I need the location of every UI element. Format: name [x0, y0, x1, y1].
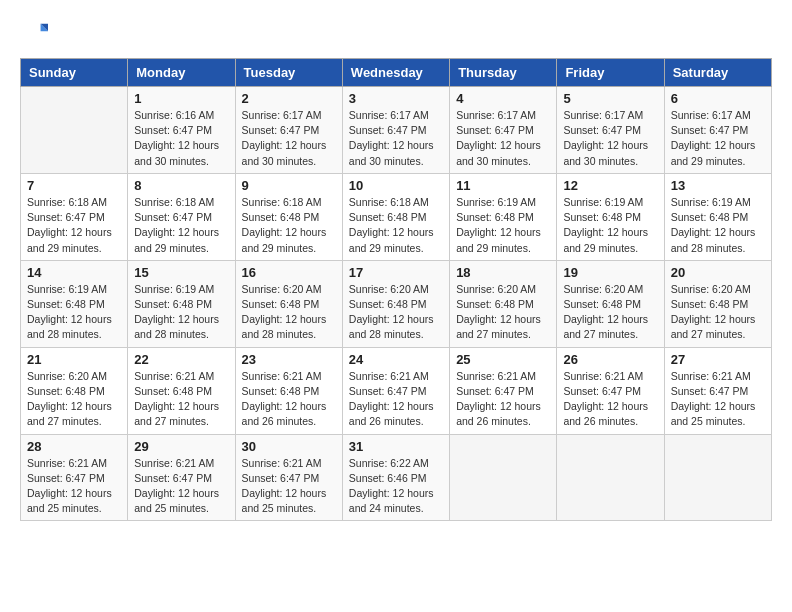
day-detail: Sunrise: 6:18 AM Sunset: 6:48 PM Dayligh…: [349, 195, 443, 256]
calendar-cell: 4Sunrise: 6:17 AM Sunset: 6:47 PM Daylig…: [450, 87, 557, 174]
day-number: 16: [242, 265, 336, 280]
day-number: 24: [349, 352, 443, 367]
day-detail: Sunrise: 6:18 AM Sunset: 6:47 PM Dayligh…: [27, 195, 121, 256]
calendar-header-wednesday: Wednesday: [342, 59, 449, 87]
day-detail: Sunrise: 6:19 AM Sunset: 6:48 PM Dayligh…: [134, 282, 228, 343]
day-detail: Sunrise: 6:20 AM Sunset: 6:48 PM Dayligh…: [349, 282, 443, 343]
day-number: 2: [242, 91, 336, 106]
calendar-cell: 8Sunrise: 6:18 AM Sunset: 6:47 PM Daylig…: [128, 173, 235, 260]
calendar-header-row: SundayMondayTuesdayWednesdayThursdayFrid…: [21, 59, 772, 87]
calendar-cell: 30Sunrise: 6:21 AM Sunset: 6:47 PM Dayli…: [235, 434, 342, 521]
day-detail: Sunrise: 6:21 AM Sunset: 6:48 PM Dayligh…: [242, 369, 336, 430]
day-number: 7: [27, 178, 121, 193]
calendar-cell: 29Sunrise: 6:21 AM Sunset: 6:47 PM Dayli…: [128, 434, 235, 521]
calendar-cell: 28Sunrise: 6:21 AM Sunset: 6:47 PM Dayli…: [21, 434, 128, 521]
day-detail: Sunrise: 6:17 AM Sunset: 6:47 PM Dayligh…: [349, 108, 443, 169]
day-number: 31: [349, 439, 443, 454]
calendar-cell: 17Sunrise: 6:20 AM Sunset: 6:48 PM Dayli…: [342, 260, 449, 347]
day-number: 13: [671, 178, 765, 193]
day-detail: Sunrise: 6:17 AM Sunset: 6:47 PM Dayligh…: [671, 108, 765, 169]
calendar-cell: 31Sunrise: 6:22 AM Sunset: 6:46 PM Dayli…: [342, 434, 449, 521]
day-number: 10: [349, 178, 443, 193]
day-detail: Sunrise: 6:21 AM Sunset: 6:47 PM Dayligh…: [671, 369, 765, 430]
calendar-cell: 11Sunrise: 6:19 AM Sunset: 6:48 PM Dayli…: [450, 173, 557, 260]
day-number: 23: [242, 352, 336, 367]
calendar-cell: 5Sunrise: 6:17 AM Sunset: 6:47 PM Daylig…: [557, 87, 664, 174]
calendar-week-row: 28Sunrise: 6:21 AM Sunset: 6:47 PM Dayli…: [21, 434, 772, 521]
day-detail: Sunrise: 6:21 AM Sunset: 6:47 PM Dayligh…: [242, 456, 336, 517]
calendar-cell: [21, 87, 128, 174]
day-number: 26: [563, 352, 657, 367]
day-number: 20: [671, 265, 765, 280]
calendar-header-sunday: Sunday: [21, 59, 128, 87]
calendar-table: SundayMondayTuesdayWednesdayThursdayFrid…: [20, 58, 772, 521]
day-number: 1: [134, 91, 228, 106]
calendar-cell: 1Sunrise: 6:16 AM Sunset: 6:47 PM Daylig…: [128, 87, 235, 174]
day-detail: Sunrise: 6:16 AM Sunset: 6:47 PM Dayligh…: [134, 108, 228, 169]
day-detail: Sunrise: 6:21 AM Sunset: 6:47 PM Dayligh…: [134, 456, 228, 517]
day-number: 9: [242, 178, 336, 193]
day-detail: Sunrise: 6:20 AM Sunset: 6:48 PM Dayligh…: [563, 282, 657, 343]
day-number: 5: [563, 91, 657, 106]
day-detail: Sunrise: 6:20 AM Sunset: 6:48 PM Dayligh…: [242, 282, 336, 343]
calendar-cell: 7Sunrise: 6:18 AM Sunset: 6:47 PM Daylig…: [21, 173, 128, 260]
calendar-cell: [664, 434, 771, 521]
calendar-cell: 14Sunrise: 6:19 AM Sunset: 6:48 PM Dayli…: [21, 260, 128, 347]
calendar-cell: 15Sunrise: 6:19 AM Sunset: 6:48 PM Dayli…: [128, 260, 235, 347]
calendar-cell: 10Sunrise: 6:18 AM Sunset: 6:48 PM Dayli…: [342, 173, 449, 260]
day-number: 6: [671, 91, 765, 106]
calendar-cell: 21Sunrise: 6:20 AM Sunset: 6:48 PM Dayli…: [21, 347, 128, 434]
day-detail: Sunrise: 6:19 AM Sunset: 6:48 PM Dayligh…: [27, 282, 121, 343]
day-number: 12: [563, 178, 657, 193]
day-detail: Sunrise: 6:17 AM Sunset: 6:47 PM Dayligh…: [242, 108, 336, 169]
calendar-cell: 9Sunrise: 6:18 AM Sunset: 6:48 PM Daylig…: [235, 173, 342, 260]
day-detail: Sunrise: 6:21 AM Sunset: 6:47 PM Dayligh…: [563, 369, 657, 430]
day-detail: Sunrise: 6:21 AM Sunset: 6:47 PM Dayligh…: [456, 369, 550, 430]
calendar-week-row: 14Sunrise: 6:19 AM Sunset: 6:48 PM Dayli…: [21, 260, 772, 347]
calendar-header-tuesday: Tuesday: [235, 59, 342, 87]
calendar-week-row: 21Sunrise: 6:20 AM Sunset: 6:48 PM Dayli…: [21, 347, 772, 434]
calendar-header-saturday: Saturday: [664, 59, 771, 87]
calendar-week-row: 7Sunrise: 6:18 AM Sunset: 6:47 PM Daylig…: [21, 173, 772, 260]
calendar-cell: 19Sunrise: 6:20 AM Sunset: 6:48 PM Dayli…: [557, 260, 664, 347]
calendar-cell: 2Sunrise: 6:17 AM Sunset: 6:47 PM Daylig…: [235, 87, 342, 174]
day-detail: Sunrise: 6:21 AM Sunset: 6:47 PM Dayligh…: [27, 456, 121, 517]
day-detail: Sunrise: 6:17 AM Sunset: 6:47 PM Dayligh…: [456, 108, 550, 169]
day-number: 28: [27, 439, 121, 454]
day-detail: Sunrise: 6:22 AM Sunset: 6:46 PM Dayligh…: [349, 456, 443, 517]
day-number: 21: [27, 352, 121, 367]
calendar-cell: 26Sunrise: 6:21 AM Sunset: 6:47 PM Dayli…: [557, 347, 664, 434]
calendar-cell: 27Sunrise: 6:21 AM Sunset: 6:47 PM Dayli…: [664, 347, 771, 434]
day-number: 29: [134, 439, 228, 454]
day-detail: Sunrise: 6:18 AM Sunset: 6:48 PM Dayligh…: [242, 195, 336, 256]
day-detail: Sunrise: 6:19 AM Sunset: 6:48 PM Dayligh…: [671, 195, 765, 256]
calendar-cell: 23Sunrise: 6:21 AM Sunset: 6:48 PM Dayli…: [235, 347, 342, 434]
day-number: 3: [349, 91, 443, 106]
calendar-cell: 18Sunrise: 6:20 AM Sunset: 6:48 PM Dayli…: [450, 260, 557, 347]
day-detail: Sunrise: 6:19 AM Sunset: 6:48 PM Dayligh…: [456, 195, 550, 256]
calendar-header-friday: Friday: [557, 59, 664, 87]
calendar-cell: [450, 434, 557, 521]
calendar-cell: 12Sunrise: 6:19 AM Sunset: 6:48 PM Dayli…: [557, 173, 664, 260]
day-number: 22: [134, 352, 228, 367]
day-number: 15: [134, 265, 228, 280]
logo: [20, 20, 52, 48]
calendar-cell: 22Sunrise: 6:21 AM Sunset: 6:48 PM Dayli…: [128, 347, 235, 434]
day-number: 17: [349, 265, 443, 280]
calendar-cell: 16Sunrise: 6:20 AM Sunset: 6:48 PM Dayli…: [235, 260, 342, 347]
day-number: 14: [27, 265, 121, 280]
day-detail: Sunrise: 6:18 AM Sunset: 6:47 PM Dayligh…: [134, 195, 228, 256]
calendar-cell: 20Sunrise: 6:20 AM Sunset: 6:48 PM Dayli…: [664, 260, 771, 347]
day-number: 27: [671, 352, 765, 367]
calendar-header-monday: Monday: [128, 59, 235, 87]
day-detail: Sunrise: 6:20 AM Sunset: 6:48 PM Dayligh…: [27, 369, 121, 430]
calendar-week-row: 1Sunrise: 6:16 AM Sunset: 6:47 PM Daylig…: [21, 87, 772, 174]
logo-icon: [20, 20, 48, 48]
page-header: [20, 20, 772, 48]
day-detail: Sunrise: 6:19 AM Sunset: 6:48 PM Dayligh…: [563, 195, 657, 256]
day-detail: Sunrise: 6:20 AM Sunset: 6:48 PM Dayligh…: [456, 282, 550, 343]
calendar-header-thursday: Thursday: [450, 59, 557, 87]
day-number: 4: [456, 91, 550, 106]
day-number: 25: [456, 352, 550, 367]
day-number: 19: [563, 265, 657, 280]
